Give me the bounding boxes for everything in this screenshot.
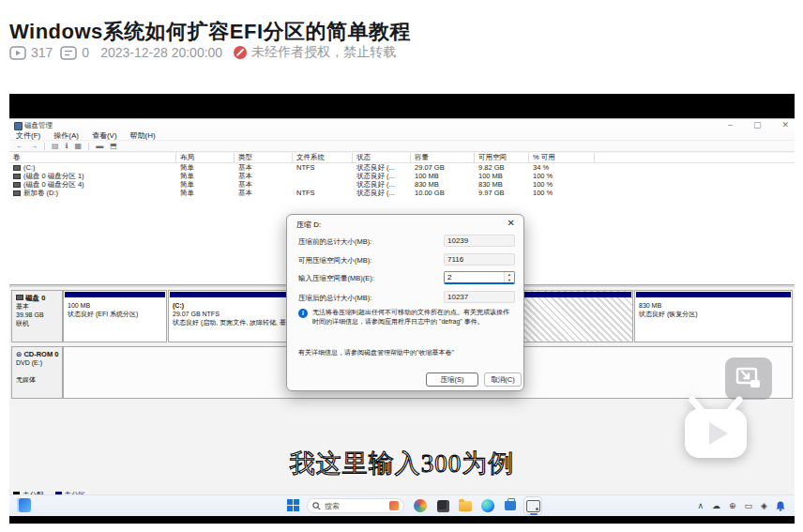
spinner: ▲ ▼ bbox=[504, 272, 514, 282]
menu-file[interactable]: 文件(F) bbox=[16, 130, 40, 141]
volume-icon bbox=[13, 165, 21, 171]
publish-date: 2023-12-28 20:00:00 bbox=[100, 45, 222, 60]
volume-icon bbox=[13, 174, 21, 179]
shrink-amount-field: ▲ ▼ bbox=[444, 271, 515, 284]
play-count-stat: 317 bbox=[9, 45, 53, 60]
maximize-icon[interactable]: ▢ bbox=[753, 119, 762, 130]
toolbar-divider bbox=[44, 143, 45, 150]
toolbar-divider bbox=[88, 143, 89, 150]
table-row[interactable]: 新加卷 (D:) 简单 基本 NTFS 状态良好 (... 10.00 GB 9… bbox=[9, 189, 795, 197]
dialog-info-text: 无法将卷压缩到超出任何不可移动的文件所在的点。有关完成该操作时间的详细信息，请参… bbox=[312, 308, 515, 326]
properties-icon[interactable]: ⬒ bbox=[110, 142, 117, 150]
video-player[interactable]: 磁盘管理 – ▢ ✕ 文件(F) 操作(A) 查看(V) 帮助(H) ← → ▤… bbox=[9, 94, 795, 524]
spinner-down-icon[interactable]: ▼ bbox=[505, 278, 514, 283]
tray-chevron-up-icon[interactable]: ∧ bbox=[697, 495, 704, 516]
danmaku-icon bbox=[60, 46, 77, 60]
menu-action[interactable]: 操作(A) bbox=[53, 130, 79, 141]
help-info-icon[interactable]: ℹ bbox=[66, 142, 68, 150]
letterbox-bottom bbox=[9, 515, 795, 524]
dialog-title: 压缩 D: bbox=[296, 220, 321, 230]
col-volume[interactable]: 卷 bbox=[9, 153, 176, 162]
copyright-notice: 未经作者授权，禁止转载 bbox=[234, 44, 396, 61]
search-icon bbox=[312, 502, 321, 510]
table-row[interactable]: (磁盘 0 磁盘分区 4) 简单 基本 状态良好 (... 830 MB 830… bbox=[9, 180, 795, 189]
search-placeholder: 搜索 bbox=[325, 501, 386, 511]
minimize-icon[interactable]: – bbox=[728, 119, 733, 130]
taskbar-search[interactable]: 搜索 bbox=[307, 498, 404, 513]
copyright-text: 未经作者授权，禁止转载 bbox=[251, 44, 396, 61]
video-stats-bar: 317 0 2023-12-28 20:00:00 未经作者授权，禁止转载 bbox=[9, 44, 396, 61]
partition-color-strip bbox=[636, 292, 791, 297]
field-total-after: 10237 bbox=[444, 291, 515, 303]
file-explorer-icon[interactable] bbox=[456, 496, 475, 515]
window-titlebar[interactable]: 磁盘管理 – ▢ ✕ bbox=[9, 119, 795, 130]
video-subtitle: 我这里输入300为例 bbox=[9, 447, 795, 480]
tray-display-icon[interactable]: ▭ bbox=[745, 495, 753, 516]
col-type[interactable]: 类型 bbox=[235, 153, 293, 162]
volume-icon bbox=[13, 182, 21, 188]
cancel-button[interactable]: 取消(C) bbox=[484, 372, 522, 387]
pinned-app-icon[interactable] bbox=[17, 498, 31, 512]
dialog-close-icon[interactable]: ✕ bbox=[508, 218, 515, 228]
table-row[interactable]: (磁盘 0 磁盘分区 1) 简单 基本 状态良好 (... 100 MB 100… bbox=[9, 172, 795, 180]
field-label-total-after: 压缩后的总计大小(MB): bbox=[298, 294, 371, 303]
field-label-shrink-amount: 输入压缩空间量(MB)(E): bbox=[298, 274, 374, 283]
dark-app-icon[interactable] bbox=[433, 496, 452, 515]
col-filesystem[interactable]: 文件系统 bbox=[293, 153, 353, 162]
partition-color-strip bbox=[65, 292, 165, 297]
disk-icon bbox=[16, 295, 23, 300]
col-free[interactable]: 可用空间 bbox=[475, 153, 529, 162]
list-view-icon[interactable]: ▤ bbox=[52, 142, 59, 150]
field-label-total-before: 压缩前的总计大小(MB): bbox=[298, 237, 371, 247]
field-label-available: 可用压缩空间大小(MB): bbox=[298, 256, 371, 266]
notification-bell-icon[interactable] bbox=[776, 501, 785, 511]
cdrom-label[interactable]: ⊙ CD-ROM 0 DVD (E:) 无媒体 bbox=[11, 346, 63, 399]
start-button-icon[interactable] bbox=[287, 499, 299, 511]
table-header-row: 卷 布局 类型 文件系统 状态 容量 可用空间 % 可用 bbox=[9, 153, 795, 163]
volume-tool-icon[interactable]: ▬ bbox=[96, 142, 103, 150]
menu-help[interactable]: 帮助(H) bbox=[130, 130, 156, 141]
field-total-before: 10239 bbox=[444, 235, 515, 247]
close-icon[interactable]: ✕ bbox=[781, 119, 789, 130]
danmaku-count-stat: 0 bbox=[60, 45, 89, 60]
volume-icon bbox=[13, 190, 21, 196]
play-count: 317 bbox=[31, 45, 53, 60]
disk0-label[interactable]: 磁盘 0 基本 39.98 GB 联机 bbox=[11, 290, 63, 342]
page-title: Windows系统如何扩容EFI分区的简单教程 bbox=[9, 18, 411, 46]
microsoft-store-icon[interactable] bbox=[501, 496, 520, 515]
partition-efi[interactable]: 100 MB 状态良好 (EFI 系统分区) bbox=[63, 290, 167, 342]
info-icon: i bbox=[298, 309, 308, 318]
col-percent-free[interactable]: % 可用 bbox=[529, 153, 595, 162]
letterbox-top bbox=[9, 94, 795, 118]
shrink-dialog: 压缩 D: ✕ 压缩前的总计大小(MB): 10239 可用压缩空间大小(MB)… bbox=[286, 214, 524, 391]
tray-onedrive-icon[interactable]: ☁ bbox=[712, 495, 720, 516]
col-status[interactable]: 状态 bbox=[353, 153, 411, 162]
no-reprint-icon bbox=[234, 46, 247, 59]
table-row[interactable]: (C:) 简单 基本 NTFS 状态良好 (... 29.07 GB 9.82 … bbox=[9, 163, 795, 172]
back-icon[interactable]: ← bbox=[16, 142, 23, 150]
widgets-icon[interactable] bbox=[411, 496, 430, 515]
menubar: 文件(F) 操作(A) 查看(V) 帮助(H) bbox=[9, 130, 795, 141]
tray-input-icon[interactable]: ◈ bbox=[761, 495, 767, 516]
window-title: 磁盘管理 bbox=[24, 121, 53, 130]
graph-view-icon[interactable]: ▦ bbox=[75, 142, 83, 150]
search-highlight-icon bbox=[389, 501, 399, 510]
dialog-help-text: 有关详细信息，请参阅磁盘管理帮助中的"收缩基本卷" bbox=[298, 348, 454, 357]
disk-management-taskbar-icon[interactable] bbox=[523, 496, 542, 515]
menu-view[interactable]: 查看(V) bbox=[92, 130, 117, 141]
taskbar: 搜索 ∧ ☁ ⊕ ▭ ◈ bbox=[9, 494, 795, 516]
forward-icon[interactable]: → bbox=[30, 142, 38, 150]
shrink-amount-input[interactable] bbox=[445, 272, 504, 282]
field-available: 7116 bbox=[444, 253, 515, 266]
play-count-icon bbox=[9, 46, 26, 60]
edge-icon[interactable] bbox=[478, 496, 497, 515]
toolbar: ← → ▤ ℹ ▦ ▬ ⬒ bbox=[9, 141, 795, 152]
partition-recovery[interactable]: 830 MB 状态良好 (恢复分区) bbox=[634, 290, 793, 342]
tray-accessibility-icon[interactable]: ⊕ bbox=[729, 495, 736, 516]
shrink-button[interactable]: 压缩(S) bbox=[426, 372, 478, 387]
system-tray: ∧ ☁ ⊕ ▭ ◈ bbox=[697, 495, 785, 516]
col-layout[interactable]: 布局 bbox=[176, 153, 235, 162]
danmaku-count: 0 bbox=[82, 45, 89, 60]
col-capacity[interactable]: 容量 bbox=[411, 153, 475, 162]
